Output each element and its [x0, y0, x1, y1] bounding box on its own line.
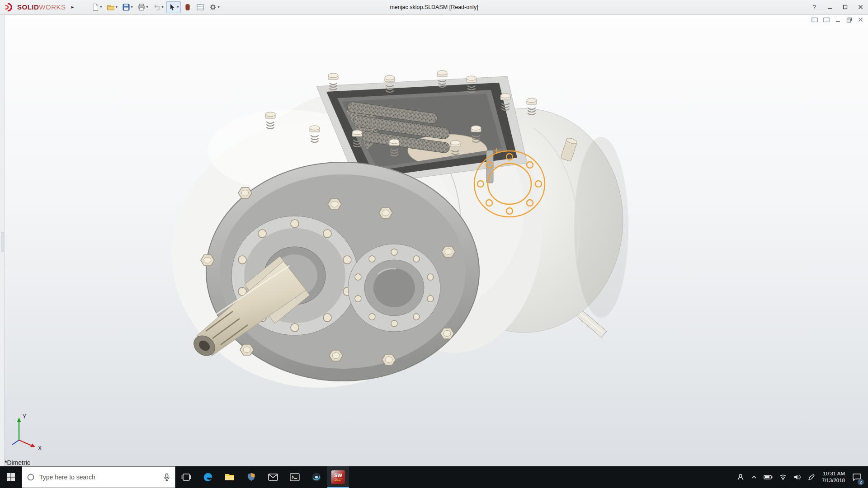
dropdown-arrow-icon[interactable]: ▾ — [131, 5, 133, 9]
standard-toolbar: ▾ ▾ ▾ ▾ — [90, 1, 222, 13]
design-table-button[interactable] — [194, 1, 206, 13]
cover-boss — [348, 244, 440, 332]
pen-icon — [808, 474, 815, 481]
action-center-button[interactable]: 2 — [849, 466, 865, 488]
gearbox-model[interactable] — [0, 15, 868, 466]
appearance-cylinder-icon — [184, 3, 192, 11]
graphics-viewport[interactable]: Y X *Dimetric — [0, 15, 868, 466]
table-sheet-icon — [196, 3, 204, 11]
dropdown-arrow-icon[interactable]: ▾ — [116, 5, 118, 9]
help-button[interactable]: ? — [807, 0, 822, 14]
solidworks-logo: SOLIDWORKS — [0, 3, 69, 12]
solidworks-taskbar-button[interactable]: SW 2017 — [327, 466, 349, 488]
clock-time: 10:31 AM — [823, 470, 845, 477]
maximize-button[interactable] — [837, 0, 853, 14]
dropdown-arrow-icon[interactable]: ▾ — [162, 5, 164, 9]
speaker-icon — [793, 474, 802, 480]
dropdown-arrow-icon[interactable]: ▾ — [146, 5, 148, 9]
open-button[interactable]: ▾ — [105, 1, 119, 13]
new-document-button[interactable]: ▾ — [90, 1, 104, 13]
file-explorer-taskbar-button[interactable] — [219, 466, 241, 488]
network-button[interactable] — [776, 466, 790, 488]
options-button[interactable]: ▾ — [207, 1, 222, 13]
select-tool-button[interactable]: ▾ — [166, 1, 181, 13]
battery-button[interactable] — [760, 466, 776, 488]
window-controls: ? — [807, 0, 868, 14]
security-app-taskbar-button[interactable] — [241, 466, 262, 488]
search-placeholder: Type here to search — [39, 474, 159, 481]
taskbar-clock[interactable]: 10:31 AM 7/13/2018 — [818, 466, 849, 488]
dropdown-arrow-icon[interactable]: ▾ — [100, 5, 102, 9]
axis-x-label: X — [38, 445, 42, 451]
menu-flyout-button[interactable]: ▸ — [69, 2, 77, 12]
minimize-button[interactable] — [822, 0, 837, 14]
battery-icon — [764, 474, 773, 480]
notification-badge: 2 — [858, 479, 864, 485]
show-desktop-button[interactable] — [865, 466, 868, 488]
circular-app-icon — [311, 472, 322, 483]
orientation-triad: Y X — [6, 412, 47, 453]
dassault-ds-icon — [4, 3, 15, 12]
view-orientation-label: *Dimetric — [5, 459, 30, 466]
gear-icon — [209, 3, 217, 11]
open-folder-icon — [107, 3, 115, 11]
logo-text: SOLIDWORKS — [17, 3, 66, 11]
hidden-icons-button[interactable] — [748, 466, 760, 488]
file-explorer-icon — [224, 472, 235, 483]
save-floppy-icon — [122, 3, 130, 11]
dropdown-arrow-icon[interactable]: ▾ — [218, 5, 220, 9]
edge-browser-icon — [203, 472, 213, 483]
print-button[interactable]: ▾ — [136, 1, 150, 13]
taskbar-search[interactable]: Type here to search — [22, 466, 175, 488]
mail-taskbar-button[interactable] — [262, 466, 284, 488]
people-icon — [736, 473, 745, 481]
system-tray: 10:31 AM 7/13/2018 2 — [733, 466, 868, 488]
close-button[interactable] — [853, 0, 868, 14]
people-button[interactable] — [733, 466, 748, 488]
task-view-icon — [181, 472, 191, 482]
solidworks-app-icon: SW 2017 — [331, 470, 345, 484]
minimize-icon — [827, 5, 832, 9]
appearance-button[interactable] — [182, 1, 193, 13]
undo-icon — [153, 3, 161, 11]
task-view-button[interactable] — [175, 466, 197, 488]
select-cursor-icon — [168, 3, 176, 11]
maximize-icon — [843, 5, 848, 9]
undo-button[interactable]: ▾ — [151, 1, 165, 13]
chevron-up-icon — [751, 474, 757, 480]
command-prompt-icon — [289, 472, 300, 482]
edge-taskbar-button[interactable] — [197, 466, 219, 488]
print-icon — [137, 3, 146, 11]
titlebar: SOLIDWORKS ▸ ▾ ▾ ▾ — [0, 0, 868, 14]
axis-y-label: Y — [23, 413, 26, 420]
wifi-icon — [779, 474, 787, 480]
microphone-icon[interactable] — [163, 473, 170, 481]
window-title: menjac sklop.SLDASM [Read-only] — [390, 4, 478, 10]
new-document-icon — [91, 3, 99, 11]
save-button[interactable]: ▾ — [120, 1, 135, 13]
dropdown-arrow-icon[interactable]: ▾ — [177, 5, 179, 9]
command-prompt-taskbar-button[interactable] — [284, 466, 306, 488]
clock-date: 7/13/2018 — [822, 477, 845, 484]
windows-taskbar: Type here to search — [0, 466, 868, 488]
media-app-taskbar-button[interactable] — [306, 466, 327, 488]
windows-logo-icon — [6, 473, 15, 482]
security-shield-icon — [246, 472, 256, 482]
cortana-search-icon — [27, 473, 35, 481]
close-icon — [858, 5, 863, 9]
mail-icon — [268, 472, 278, 482]
start-button[interactable] — [0, 466, 22, 488]
volume-button[interactable] — [790, 466, 805, 488]
pen-workspace-button[interactable] — [805, 466, 818, 488]
